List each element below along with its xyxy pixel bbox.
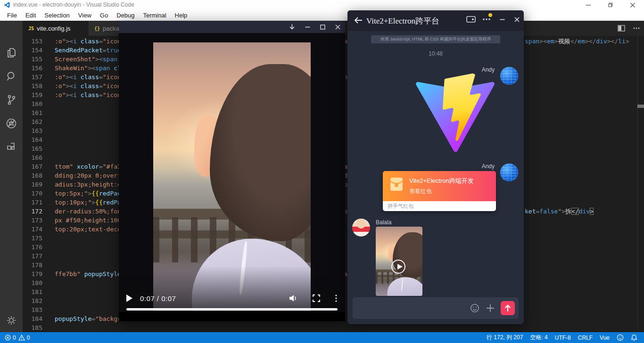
line-number: 172 [23,207,42,216]
menu-item-selection[interactable]: Selection [40,10,74,21]
window-minimize-button[interactable] [584,1,593,9]
line-number: 169 [23,180,42,189]
video-controls: 0:07 / 0:07 [126,292,338,305]
more-actions-icon[interactable] [633,24,640,32]
menu-item-debug[interactable]: Debug [112,10,139,21]
avatar[interactable] [352,219,370,237]
more-options-icon[interactable] [335,294,338,302]
video-player-window: 0:07 / 0:07 [119,21,345,321]
chat-title: Vite2+Electron跨平台 [366,16,439,26]
play-button-icon[interactable] [391,260,405,274]
line-number: 166 [23,153,42,162]
search-icon[interactable] [0,67,23,86]
chat-timestamp: 10:48 [347,50,524,57]
line-number: 153 [23,37,42,46]
line-number: 184 [23,314,42,323]
line-number: 178 [23,261,42,270]
line-number: 165 [23,144,42,153]
notifications-bell-icon[interactable] [631,334,637,341]
message-input[interactable] [353,297,519,319]
fullscreen-icon[interactable] [312,294,321,302]
video-time: 0:07 / 0:07 [140,294,176,302]
chat-minimize-icon[interactable] [497,14,507,24]
avatar[interactable] [500,163,518,181]
volume-icon[interactable] [289,294,298,302]
video-letterbox [119,312,345,321]
source-control-icon[interactable] [0,90,23,109]
avatar[interactable] [500,67,518,85]
red-packet-card[interactable]: Vite2+Electron跨端开发 查看红包 拼手气红包 [383,171,496,211]
menu-item-help[interactable]: Help [171,10,192,21]
split-editor-icon[interactable] [618,24,625,32]
code-line[interactable]: 185 [23,323,644,332]
line-number: 161 [23,108,42,117]
notification-dot [488,13,492,17]
chat-close-icon[interactable] [512,14,522,24]
video-window-minimize-icon[interactable] [303,23,312,31]
code-line-fragment[interactable]: span><em>视频</em></div></li> [525,37,629,46]
window-close-button[interactable] [628,1,637,9]
problems-errors[interactable]: 0 [5,335,16,341]
language-mode[interactable]: Vue [600,335,610,341]
download-icon[interactable] [288,23,296,31]
line-number: 163 [23,126,42,135]
cursor-position[interactable]: 行 172, 列 207 [487,334,523,342]
eol-sequence[interactable]: CRLF [578,335,593,341]
video-window-title-bar [119,21,345,33]
line-number: 157 [23,73,42,82]
line-number: 162 [23,117,42,126]
screen: index.vue - electron-douyin - Visual Stu… [0,0,644,343]
menu-item-view[interactable]: View [74,10,96,21]
video-stage[interactable]: 0:07 / 0:07 [119,33,345,321]
video-message-thumbnail[interactable] [376,227,422,296]
video-progress-bar[interactable] [126,308,338,310]
extensions-icon[interactable] [0,138,23,156]
video-window-close-icon[interactable] [333,23,342,31]
line-number: 180 [23,278,42,287]
line-number: 179 [23,270,42,278]
explorer-icon[interactable] [0,43,23,62]
emoji-icon[interactable] [470,303,479,313]
problems-warnings[interactable]: 0 [18,335,30,341]
debug-icon[interactable] [0,114,23,133]
screen-share-icon[interactable] [466,14,476,24]
line-number: 185 [23,323,42,332]
tab-vite-config[interactable]: JS vite.config.js [23,21,88,36]
play-icon[interactable] [126,294,132,302]
menu-item-edit[interactable]: Edit [21,10,40,21]
menu-item-file[interactable]: File [3,10,21,21]
feedback-smiley-icon[interactable] [617,334,624,341]
menu-item-terminal[interactable]: Terminal [139,10,170,21]
send-button[interactable] [501,301,515,315]
back-arrow-icon[interactable] [353,15,363,25]
line-number: 177 [23,252,42,261]
menu-bar: FileEditSelectionViewGoDebugTerminalHelp [0,10,644,21]
red-packet-icon [390,178,403,191]
code-line-fragment[interactable]: ket=false">拆</div> [525,207,594,216]
sender-name: Andy [482,66,495,73]
vscode-logo-icon [3,1,10,8]
red-packet-title: Vite2+Electron跨端开发 [409,177,474,185]
controls-gradient [119,266,345,312]
chat-header: Vite2+Electron跨平台 [347,10,524,31]
line-number: 158 [23,82,42,90]
line-number: 182 [23,296,42,305]
settings-gear-icon[interactable] [0,311,23,330]
indentation[interactable]: 空格: 4 [530,334,547,342]
attach-plus-icon[interactable] [486,303,495,313]
line-number: 167 [23,162,42,171]
red-packet-type: 拼手气红包 [388,203,413,210]
vite-logo-image[interactable] [414,73,496,154]
error-icon [5,335,11,341]
chat-notice: 使用 JavaScript, HTML 和 CSS 构建跨平台的桌面应用程序 [371,35,500,43]
window-restore-button[interactable] [605,1,615,9]
line-number: 171 [23,198,42,207]
line-number: 159 [23,90,42,99]
encoding[interactable]: UTF-8 [555,335,571,341]
video-window-maximize-icon[interactable] [318,23,327,31]
json-file-icon: {} [94,26,100,31]
tab-label: vite.config.js [37,25,71,32]
line-number: 164 [23,135,42,144]
line-number: 173 [23,216,42,225]
menu-item-go[interactable]: Go [96,10,112,21]
